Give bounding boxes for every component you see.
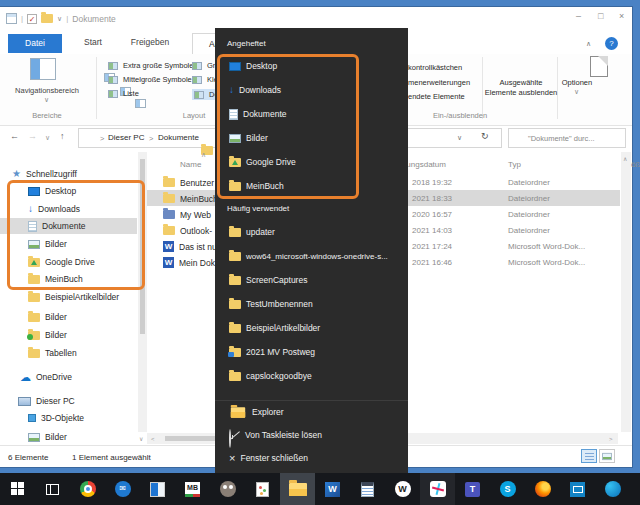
jumplist-item-2021-mv-postweg[interactable]: 2021 MV Postweg [229, 345, 315, 359]
sidebar-label: OneDrive [36, 372, 72, 382]
taskbar-word[interactable] [315, 473, 350, 505]
tab-start[interactable]: Start [75, 37, 111, 47]
jumplist-item-updater[interactable]: updater [229, 225, 275, 239]
navigation-pane-button[interactable]: Navigationsbereich [3, 86, 91, 95]
scroll-right-icon[interactable]: > [609, 436, 613, 442]
sidebar-label: Schnellzugriff [26, 169, 77, 179]
taskbar-firefox[interactable] [525, 473, 560, 505]
scroll-down-icon[interactable]: ∨ [139, 435, 143, 442]
column-header-type[interactable]: Typ [508, 160, 521, 169]
crumb-separator[interactable]: > [100, 134, 104, 143]
layout-list[interactable]: Liste [108, 89, 139, 98]
layout-extra-large-icons[interactable]: Extra große Symbole [108, 61, 193, 70]
qat-dropdown-icon[interactable]: ∨ [57, 15, 62, 23]
task-view-button[interactable] [35, 473, 70, 505]
jumplist-action-unpin[interactable]: Von Taskleiste lösen [229, 428, 322, 442]
taskbar-paint-document[interactable] [245, 473, 280, 505]
jumplist-item-testumbenennen[interactable]: TestUmbenennen [229, 297, 313, 311]
tab-datei[interactable]: Datei [8, 34, 62, 53]
vertical-scrollbar[interactable] [621, 152, 631, 432]
checkbox-item-hidden[interactable]: endete Elemente [408, 92, 465, 101]
jumplist-action-explorer[interactable]: Explorer [229, 405, 284, 419]
taskbar-edge[interactable] [595, 473, 630, 505]
column-header-name[interactable]: Name [180, 160, 201, 169]
taskbar-teams[interactable] [455, 473, 490, 505]
sidebar-item-beispielartikelbilder[interactable]: BeispielArtikelbilder [28, 290, 119, 304]
taskbar-mb-app[interactable] [175, 473, 210, 505]
navigation-pane-icon[interactable] [30, 58, 56, 80]
taskbar-wikipedia[interactable] [385, 473, 420, 505]
maximize-button[interactable]: □ [598, 11, 603, 21]
sidebar-item-this-pc[interactable]: Dieser PC [18, 394, 75, 408]
history-dropdown-icon[interactable]: ∨ [45, 134, 50, 142]
checkbox-item-checkboxes[interactable]: kontrollkästchen [408, 63, 462, 72]
taskbar-thunderbird[interactable] [105, 473, 140, 505]
options-button[interactable]: Optionen [556, 78, 598, 87]
scroll-up-icon[interactable]: ∧ [623, 155, 627, 162]
jumplist-item-screencaptures[interactable]: ScreenCaptures [229, 273, 307, 287]
windows-logo-icon [11, 482, 25, 496]
address-dropdown-icon[interactable]: ∨ [457, 134, 462, 142]
ribbon-collapse-icon[interactable]: ∧ [586, 40, 591, 48]
close-button[interactable]: × [619, 11, 624, 21]
file-row-my-web[interactable]: My Web [163, 208, 211, 221]
taskbar-photos[interactable] [140, 473, 175, 505]
hide-selected-button-line2[interactable]: Elemente ausblenden [481, 88, 561, 97]
help-icon[interactable]: ? [605, 37, 618, 50]
jumplist-item-capslockgoodbye[interactable]: capslockgoodbye [229, 369, 312, 383]
list-view-icon [585, 453, 594, 460]
file-date: 2020 16:57 [412, 210, 452, 219]
sidebar-item-tabellen[interactable]: Tabellen [28, 346, 77, 360]
minimize-button[interactable]: – [576, 11, 581, 21]
taskbar-file-explorer[interactable] [280, 473, 315, 505]
folder-icon [163, 178, 175, 187]
new-folder-icon[interactable] [41, 14, 53, 23]
sidebar-item-onedrive[interactable]: ☁OneDrive [20, 370, 72, 384]
properties-check-icon[interactable]: ✓ [27, 14, 37, 24]
taskbar-gimp[interactable] [210, 473, 245, 505]
file-row-das-ist[interactable]: Das ist nu [163, 240, 217, 253]
sidebar-item-bilder-synced[interactable]: Bilder [28, 328, 67, 342]
file-row-mein-dok[interactable]: Mein Dok [163, 256, 215, 269]
icons-view-icon [192, 62, 202, 70]
hide-selected-button[interactable]: Ausgewählte [481, 78, 561, 87]
thumbnail-view-icon [602, 452, 612, 459]
nav-pane-dropdown-icon[interactable]: ∨ [44, 96, 49, 104]
jumplist-item-wow64[interactable]: wow64_microsoft-windows-onedrive-s... [229, 249, 388, 263]
view-details-button[interactable] [581, 449, 597, 463]
file-row-outlook[interactable]: Outlook- [163, 224, 212, 237]
options-dropdown-icon[interactable]: ∨ [574, 88, 579, 96]
divider: | [66, 14, 68, 23]
view-thumbnails-button[interactable] [599, 449, 615, 463]
refresh-icon[interactable]: ↻ [481, 131, 489, 141]
sidebar-label: 3D-Objekte [41, 413, 84, 423]
sidebar-item-quick-access[interactable]: ★Schnellzugriff [12, 167, 77, 181]
breadcrumb-dokumente[interactable]: Dokumente [158, 133, 199, 142]
jumplist-action-close[interactable]: ×Fenster schließen [229, 451, 308, 465]
file-row-benutzer[interactable]: Benutzer [163, 176, 214, 189]
taskbar-slack[interactable] [420, 473, 455, 505]
taskbar-wps-document[interactable] [350, 473, 385, 505]
tab-freigeben[interactable]: Freigeben [118, 37, 182, 47]
up-icon[interactable]: ↑ [60, 131, 65, 141]
highlight-box-jumplist-pinned [217, 54, 359, 199]
breadcrumb-this-pc[interactable]: Dieser PC [108, 133, 144, 142]
layout-medium-icons[interactable]: Mittelgroße Symbole [108, 75, 192, 84]
taskbar-skype[interactable] [490, 473, 525, 505]
pane-toggle[interactable] [135, 99, 146, 108]
forward-icon[interactable]: → [28, 131, 37, 141]
sidebar-item-3d-objekte[interactable]: 3D-Objekte [28, 411, 84, 425]
crumb-separator[interactable]: > [149, 134, 153, 143]
sidebar-item-bilder-2[interactable]: Bilder [28, 310, 67, 324]
file-row-meinbuch[interactable]: MeinBuch [163, 192, 218, 205]
start-button[interactable] [0, 473, 35, 505]
checkbox-item-extensions[interactable]: menerweiterungen [408, 78, 470, 87]
jumplist-item-beispielartikelbilder[interactable]: BeispielArtikelbilder [229, 321, 320, 335]
sidebar-item-bilder-pc[interactable]: Bilder [28, 430, 67, 444]
back-icon[interactable]: ← [10, 131, 19, 141]
file-type: Microsoft Word-Dok... [508, 258, 585, 267]
taskbar-remote-desktop[interactable] [560, 473, 595, 505]
scroll-left-icon[interactable]: < [151, 436, 155, 442]
status-item-count: 6 Elemente [8, 453, 48, 462]
taskbar-chrome[interactable] [70, 473, 105, 505]
